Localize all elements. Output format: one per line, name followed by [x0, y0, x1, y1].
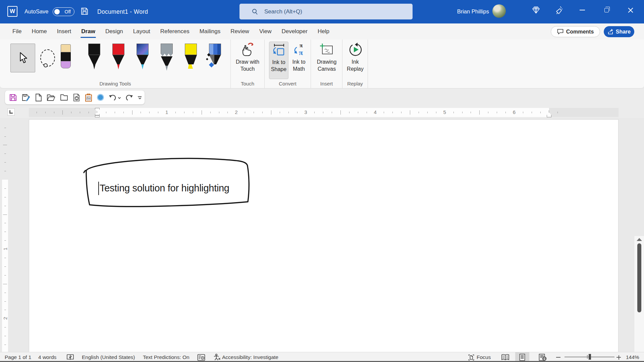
h-ruler-tick: [358, 112, 358, 113]
tab-view[interactable]: View: [254, 23, 277, 40]
print-button[interactable]: [73, 93, 80, 103]
undo-dropdown-chevron[interactable]: [118, 97, 120, 99]
tab-stop-selector[interactable]: [7, 108, 15, 116]
minimize-button[interactable]: [574, 0, 590, 20]
v-ruler-tick: [4, 188, 6, 189]
tab-insert[interactable]: Insert: [52, 23, 76, 40]
zoom-in-button[interactable]: [616, 354, 621, 361]
h-ruler-tick: [488, 112, 488, 113]
user-avatar[interactable]: [492, 4, 506, 18]
v-ruler-tick: [4, 206, 6, 206]
ink-to-shape-icon: [271, 42, 286, 58]
h-ruler-tick: [392, 112, 393, 113]
print-layout-button[interactable]: [519, 354, 525, 361]
vertical-ruler[interactable]: 12: [2, 118, 8, 352]
horizontal-ruler[interactable]: 123456: [29, 108, 619, 117]
restore-button[interactable]: [598, 0, 614, 20]
h-ruler-tick: [71, 112, 71, 113]
draw-with-touch-button[interactable]: Draw with Touch: [233, 42, 262, 72]
language-indicator[interactable]: English (United States): [82, 354, 135, 361]
scroll-up-arrow[interactable]: [637, 238, 642, 241]
highlighter-yellow[interactable]: [185, 44, 197, 74]
pencil-gray[interactable]: [161, 44, 173, 74]
v-ruler-tick: [4, 327, 6, 327]
h-ruler-tick: [37, 112, 37, 113]
ink-mode-indicator[interactable]: [97, 93, 104, 103]
pen-galaxy[interactable]: [137, 44, 149, 74]
editor-icon[interactable]: [197, 354, 205, 361]
focus-button[interactable]: Focus: [468, 354, 491, 361]
v-ruler-tick: [3, 215, 7, 215]
proofing-icon[interactable]: [66, 354, 74, 361]
whats-new-megaphone-icon[interactable]: [551, 0, 568, 20]
pen-black[interactable]: [88, 44, 100, 74]
h-ruler-tick: [384, 112, 384, 113]
group-insert: Drawing Canvas Insert: [311, 40, 342, 88]
h-ruler-tick: [245, 112, 245, 113]
close-button[interactable]: [623, 0, 639, 20]
ink-to-math-icon: π π: [291, 42, 306, 58]
accessibility-icon[interactable]: [213, 354, 221, 361]
save-button[interactable]: [9, 93, 17, 103]
tab-home[interactable]: Home: [26, 23, 52, 40]
eraser-tool[interactable]: [61, 44, 71, 68]
tab-mailings[interactable]: Mailings: [195, 23, 225, 40]
text-predictions-indicator[interactable]: Text Predictions: On: [143, 354, 190, 361]
zoom-slider-knob[interactable]: [589, 354, 591, 360]
status-bar: Page 1 of 1 4 words English (United Stat…: [0, 352, 644, 362]
tab-layout[interactable]: Layout: [128, 23, 155, 40]
lasso-select-tool[interactable]: [38, 44, 57, 72]
save-as-button[interactable]: [22, 93, 31, 103]
save-icon[interactable]: [80, 7, 89, 15]
tab-help[interactable]: Help: [313, 23, 334, 40]
tab-draw[interactable]: Draw: [76, 23, 100, 40]
accessibility-status[interactable]: Accessibility: Investigate: [222, 354, 278, 361]
comments-button[interactable]: Comments: [551, 26, 600, 37]
read-mode-button[interactable]: [501, 354, 509, 361]
h-ruler-tick: [106, 112, 106, 113]
h-ruler-tick: [297, 112, 298, 113]
vertical-scrollbar[interactable]: [634, 236, 644, 362]
new-document-button[interactable]: [35, 93, 42, 103]
pen-red[interactable]: [112, 44, 124, 74]
undo-button[interactable]: [109, 93, 120, 103]
zoom-out-button[interactable]: [556, 354, 560, 361]
document-page[interactable]: Testing solution for highlighting: [29, 119, 619, 352]
tab-references[interactable]: References: [155, 23, 195, 40]
word-logo-icon[interactable]: W: [7, 6, 17, 17]
redo-button[interactable]: [125, 93, 133, 103]
autosave-toggle[interactable]: Off: [53, 7, 74, 16]
web-layout-button[interactable]: [539, 354, 547, 361]
customize-qat-button[interactable]: [138, 93, 142, 103]
document-text[interactable]: Testing solution for highlighting: [100, 183, 229, 194]
zoom-percentage[interactable]: 144%: [626, 354, 639, 361]
folder-button[interactable]: [60, 93, 68, 103]
share-button[interactable]: Share: [604, 26, 634, 37]
h-ruler-tick: [202, 110, 202, 115]
ink-replay-button[interactable]: Ink Replay: [344, 42, 366, 72]
premium-diamond-icon[interactable]: [528, 0, 544, 20]
open-button[interactable]: [47, 93, 55, 103]
word-count[interactable]: 4 words: [38, 354, 56, 361]
h-ruler-tick: [349, 112, 350, 113]
tab-design[interactable]: Design: [100, 23, 128, 40]
pen-effect-blue[interactable]: [209, 44, 221, 74]
tab-developer[interactable]: Developer: [276, 23, 313, 40]
h-ruler-tick: [532, 112, 532, 113]
select-tool[interactable]: [10, 44, 35, 72]
drawing-canvas-button[interactable]: Drawing Canvas: [313, 42, 341, 72]
ink-to-math-button[interactable]: π π Ink to Math: [290, 42, 308, 72]
search-box[interactable]: Search (Alt+Q): [239, 4, 413, 19]
tab-file[interactable]: File: [7, 23, 26, 40]
focus-icon: [468, 354, 474, 361]
group-replay: Ink Replay Replay: [342, 40, 368, 88]
page-indicator[interactable]: Page 1 of 1: [5, 354, 31, 361]
ink-to-shape-button[interactable]: Ink to Shape: [269, 42, 288, 79]
scrollbar-thumb[interactable]: [637, 243, 641, 312]
tab-review[interactable]: Review: [225, 23, 254, 40]
paste-picture-button[interactable]: [85, 93, 92, 103]
v-ruler-tick: [4, 232, 6, 232]
h-ruler-tick: [80, 112, 80, 113]
v-ruler-tick: [4, 258, 6, 258]
left-indent-marker[interactable]: [95, 115, 100, 117]
